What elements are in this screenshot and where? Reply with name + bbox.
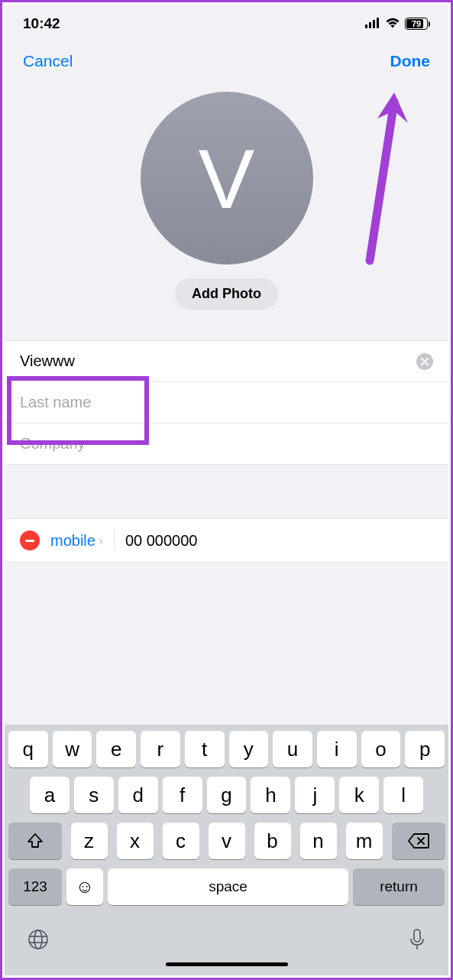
return-key[interactable]: return bbox=[353, 868, 445, 905]
key-x[interactable]: x bbox=[117, 823, 154, 859]
emoji-key[interactable]: ☺ bbox=[66, 868, 103, 905]
key-a[interactable]: a bbox=[30, 777, 70, 813]
key-g[interactable]: g bbox=[207, 777, 247, 813]
svg-rect-8 bbox=[414, 930, 420, 942]
globe-icon[interactable] bbox=[27, 928, 50, 956]
key-f[interactable]: f bbox=[163, 777, 202, 813]
remove-phone-button[interactable] bbox=[20, 531, 40, 550]
svg-point-5 bbox=[34, 930, 42, 949]
key-n[interactable]: n bbox=[300, 823, 337, 859]
key-k[interactable]: k bbox=[339, 777, 379, 813]
keyboard: qwertyuiop asdfghjkl zxcvbnm 123 ☺ space… bbox=[5, 725, 448, 975]
key-q[interactable]: q bbox=[8, 731, 48, 767]
last-name-field[interactable] bbox=[20, 394, 433, 411]
key-m[interactable]: m bbox=[346, 823, 383, 859]
microphone-icon[interactable] bbox=[408, 928, 426, 956]
signal-icon bbox=[365, 15, 380, 32]
wifi-icon bbox=[385, 15, 400, 32]
key-v[interactable]: v bbox=[209, 823, 245, 859]
key-u[interactable]: u bbox=[273, 731, 312, 767]
key-l[interactable]: l bbox=[383, 777, 423, 813]
key-b[interactable]: b bbox=[254, 823, 291, 859]
first-name-field[interactable] bbox=[20, 352, 416, 370]
done-button[interactable]: Done bbox=[390, 52, 431, 70]
shift-key[interactable] bbox=[8, 823, 62, 859]
backspace-key[interactable] bbox=[392, 823, 445, 859]
key-y[interactable]: y bbox=[229, 731, 269, 767]
key-s[interactable]: s bbox=[74, 777, 114, 813]
phone-number-value[interactable]: 00 000000 bbox=[125, 532, 198, 550]
numeric-key[interactable]: 123 bbox=[8, 868, 62, 905]
svg-rect-0 bbox=[365, 24, 367, 28]
clear-input-button[interactable] bbox=[416, 353, 433, 370]
contact-avatar[interactable]: V bbox=[141, 92, 313, 264]
key-i[interactable]: i bbox=[317, 731, 357, 767]
space-key[interactable]: space bbox=[108, 868, 348, 905]
key-t[interactable]: t bbox=[185, 731, 225, 767]
svg-rect-2 bbox=[373, 20, 375, 28]
status-bar: 10:42 79 bbox=[5, 5, 448, 43]
avatar-initial: V bbox=[199, 130, 254, 227]
company-field[interactable] bbox=[20, 435, 433, 453]
add-photo-button[interactable]: Add Photo bbox=[175, 278, 278, 310]
phone-label-selector[interactable]: mobile › bbox=[50, 532, 103, 550]
key-w[interactable]: w bbox=[53, 731, 92, 767]
key-e[interactable]: e bbox=[96, 731, 136, 767]
key-j[interactable]: j bbox=[295, 777, 335, 813]
status-time: 10:42 bbox=[23, 15, 60, 32]
battery-icon: 79 bbox=[405, 18, 430, 30]
key-p[interactable]: p bbox=[405, 731, 445, 767]
key-d[interactable]: d bbox=[118, 777, 158, 813]
svg-point-4 bbox=[29, 930, 47, 949]
key-c[interactable]: c bbox=[163, 823, 199, 859]
svg-rect-1 bbox=[369, 22, 371, 28]
key-o[interactable]: o bbox=[361, 731, 401, 767]
key-r[interactable]: r bbox=[141, 731, 180, 767]
chevron-right-icon: › bbox=[99, 533, 103, 549]
key-h[interactable]: h bbox=[251, 777, 290, 813]
key-z[interactable]: z bbox=[71, 823, 108, 859]
svg-rect-3 bbox=[377, 18, 379, 28]
cancel-button[interactable]: Cancel bbox=[23, 52, 73, 70]
home-indicator[interactable] bbox=[166, 962, 288, 966]
